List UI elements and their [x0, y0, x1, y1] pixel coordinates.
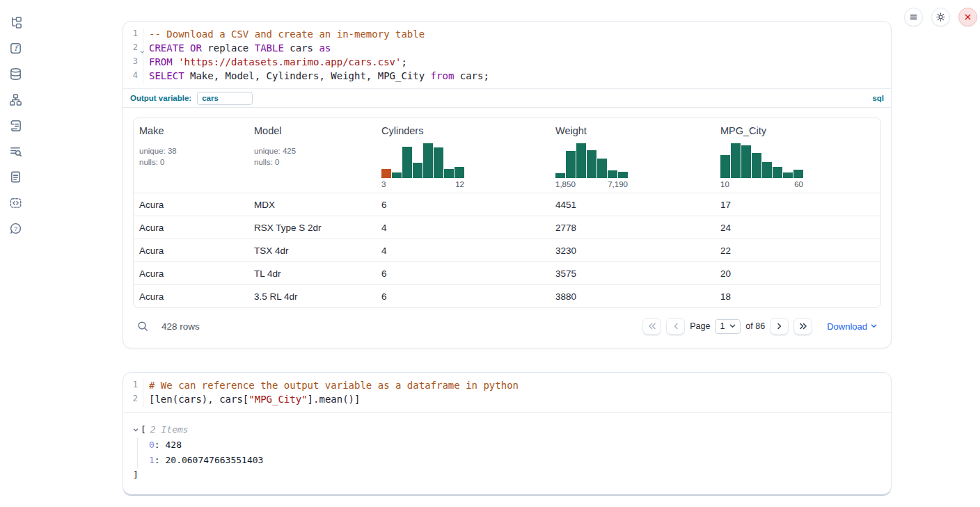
list-output-body: 0: 428 1: 20.060747663551403 [137, 437, 881, 468]
list-output-header: [ 2 Items [133, 422, 881, 437]
code-lines: -- Download a CSV and create an in-memor… [143, 29, 891, 84]
line-number-gutter: 1 2 [123, 380, 143, 408]
topbar-controls [904, 8, 977, 26]
stat-unique: unique: 425 [254, 145, 376, 156]
sql-cell: 1 2 3 4 -- Download a CSV and create an … [122, 21, 892, 348]
output-variable-label: Output variable: [130, 94, 191, 102]
graph-icon[interactable] [8, 92, 22, 106]
python-comment: # We can reference the output variable a… [149, 380, 519, 391]
settings-button[interactable] [931, 8, 950, 26]
search-icon [137, 321, 149, 332]
svg-text:f: f [14, 44, 19, 52]
gear-icon [935, 12, 946, 22]
hist-min-label: 10 [720, 180, 729, 188]
stat-nulls: nulls: 0 [254, 156, 376, 168]
list-entry: 1: 20.060747663551403 [149, 453, 881, 468]
column-header-make[interactable]: Make unique: 38 nulls: 0 [134, 125, 248, 188]
mpg-city-histogram [720, 142, 803, 178]
scroll-icon[interactable] [8, 118, 22, 132]
sql-keyword: FROM [149, 56, 173, 67]
python-code-editor[interactable]: 1 2 # We can reference the output variab… [123, 373, 891, 413]
function-icon[interactable]: f [8, 41, 22, 55]
sidebar: f ? [0, 0, 31, 507]
notebook-menu-button[interactable] [904, 8, 923, 26]
data-table: Make unique: 38 nulls: 0 Model unique: 4… [133, 118, 881, 308]
pagination: Page 1 of 86 Download [642, 318, 877, 335]
chevron-left-icon [673, 323, 679, 330]
table-row: Acura MDX 6 4451 17 [134, 193, 880, 216]
sql-keyword: SELECT [149, 70, 184, 81]
entry-value: 20.060747663551403 [165, 455, 263, 465]
column-header-cylinders[interactable]: Cylinders 312 [376, 125, 550, 188]
sql-output-area: Make unique: 38 nulls: 0 Model unique: 4… [123, 108, 891, 348]
output-variable-input[interactable] [197, 92, 253, 105]
code-line: SELECT Make, Model, Cylinders, Weight, M… [149, 70, 891, 84]
chevron-right-icon [777, 323, 782, 330]
code-lines: # We can reference the output variable a… [143, 380, 891, 408]
download-button[interactable]: Download [827, 321, 877, 332]
prev-page-button[interactable] [666, 318, 685, 335]
first-page-button[interactable] [642, 318, 661, 335]
line-number-gutter: 1 2 3 4 [123, 29, 143, 84]
hamburger-icon [909, 13, 918, 22]
code-snippet-icon[interactable] [8, 195, 22, 209]
sql-keyword: as [319, 42, 331, 54]
cylinders-histogram [381, 142, 464, 178]
chevron-down-icon [729, 324, 736, 328]
code-line: [len(cars), cars["MPG_City"].mean()] [149, 394, 891, 408]
code-line: CREATE OR replace TABLE cars as [149, 42, 891, 56]
chevron-down-icon [871, 324, 877, 328]
chevrons-left-icon [648, 323, 656, 330]
collapse-chevron-icon[interactable] [133, 427, 139, 433]
table-footer: 428 rows Page 1 of 86 [133, 317, 881, 338]
hist-max-label: 12 [455, 180, 464, 188]
open-bracket: [ [141, 422, 146, 437]
stat-unique: unique: 38 [139, 145, 248, 156]
page-select[interactable]: 1 [715, 319, 741, 334]
hist-min-label: 1,850 [555, 180, 576, 188]
code-line: -- Download a CSV and create an in-memor… [149, 29, 891, 42]
sql-text: replace [202, 42, 255, 54]
entry-key: 0 [149, 440, 155, 450]
search-list-icon[interactable] [8, 144, 22, 158]
entry-value: 428 [165, 440, 181, 450]
sql-string: 'https://datasets.marimo.app/cars.csv' [178, 56, 401, 67]
sql-comment: -- Download a CSV and create an in-memor… [149, 29, 425, 40]
table-header: Make unique: 38 nulls: 0 Model unique: 4… [134, 118, 880, 193]
svg-text:?: ? [13, 225, 17, 232]
shutdown-button[interactable] [958, 8, 977, 26]
next-page-button[interactable] [770, 318, 789, 335]
table-row: Acura 3.5 RL 4dr 6 3880 18 [134, 284, 880, 307]
page-total-label: of 86 [745, 321, 765, 331]
hist-min-label: 3 [381, 180, 386, 188]
last-page-button[interactable] [793, 318, 812, 335]
python-output-area: [ 2 Items 0: 428 1: 20.060747663551403 ] [123, 413, 891, 493]
language-badge: sql [872, 94, 884, 102]
page-label: Page [690, 321, 710, 331]
items-count-label: 2 Items [150, 422, 189, 437]
list-entry: 0: 428 [149, 437, 881, 453]
search-button[interactable] [137, 321, 149, 332]
column-header-mpg-city[interactable]: MPG_City 1060 [715, 125, 880, 188]
sql-keyword: CREATE OR [149, 42, 202, 54]
file-tree-icon[interactable] [8, 15, 22, 29]
row-count: 428 rows [161, 321, 200, 332]
code-line: FROM 'https://datasets.marimo.app/cars.c… [149, 56, 891, 70]
table-row: Acura TSX 4dr 4 3230 22 [134, 239, 880, 261]
table-row: Acura RSX Type S 2dr 4 2778 24 [134, 216, 880, 239]
help-bubble-icon[interactable]: ? [8, 221, 22, 235]
python-cell: 1 2 # We can reference the output variab… [122, 372, 892, 494]
database-icon[interactable] [8, 67, 22, 81]
hist-max-label: 60 [794, 180, 803, 188]
sql-code-editor[interactable]: 1 2 3 4 -- Download a CSV and create an … [123, 22, 891, 88]
document-icon[interactable] [8, 170, 22, 184]
python-string: "MPG_City" [248, 394, 307, 405]
entry-key: 1 [149, 455, 155, 465]
fold-chevron-icon[interactable] [140, 47, 145, 56]
close-bracket: ] [133, 468, 881, 482]
column-header-weight[interactable]: Weight 1,8507,190 [550, 125, 715, 188]
weight-histogram [555, 142, 628, 178]
chevrons-right-icon [799, 323, 807, 330]
column-header-model[interactable]: Model unique: 425 nulls: 0 [248, 125, 376, 188]
sql-keyword: TABLE [255, 42, 284, 54]
